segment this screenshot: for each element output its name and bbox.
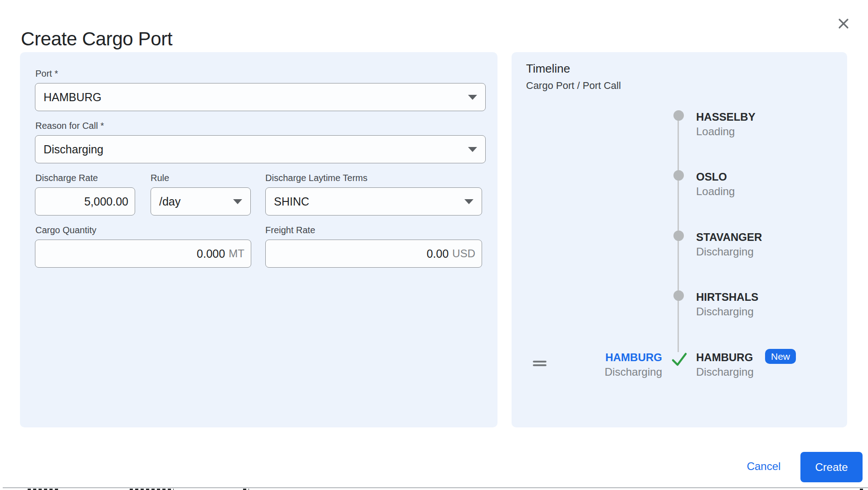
discharge-laytime-terms-select[interactable]: SHINC <box>265 187 482 216</box>
cancel-button[interactable]: Cancel <box>741 457 786 475</box>
timeline-item-port: HIRTSHALS <box>696 290 758 304</box>
create-cargo-port-dialog: { "colors": { "accent_blue": "#1a6ceb", … <box>0 0 868 490</box>
new-badge: New <box>765 349 796 364</box>
timeline-dot <box>673 110 684 121</box>
port-value: HAMBURG <box>44 91 102 104</box>
create-button[interactable]: Create <box>800 452 863 482</box>
discharge-laytime-terms-label: Discharge Laytime Terms <box>265 173 367 183</box>
timeline-item-port: STAVANGER <box>696 230 762 244</box>
timeline-item-status: Discharging <box>696 365 754 379</box>
chevron-down-icon <box>233 199 242 204</box>
close-icon[interactable] <box>834 14 853 33</box>
freight-rate-unit: USD <box>452 247 475 260</box>
reason-for-call-label: Reason for Call * <box>35 121 104 131</box>
check-icon <box>671 352 688 367</box>
drag-handle-icon[interactable] <box>533 361 546 366</box>
reason-for-call-select[interactable]: Discharging <box>35 135 486 163</box>
timeline-item-status: Discharging <box>696 305 758 318</box>
discharge-rate-label: Discharge Rate <box>35 173 98 183</box>
port-select[interactable]: HAMBURG <box>35 83 486 111</box>
timeline-item-status: Loading <box>696 125 756 138</box>
cargo-port-link[interactable]: HAMBURG <box>580 351 662 364</box>
chevron-down-icon <box>468 95 477 100</box>
timeline-item-status: Loading <box>696 185 735 198</box>
timeline-dot <box>673 230 684 241</box>
cargo-port-form-panel: Port * HAMBURG Reason for Call * Dischar… <box>20 52 497 427</box>
timeline-new-cargo-port: HAMBURG Discharging <box>580 351 662 379</box>
discharge-laytime-terms-value: SHINC <box>274 195 309 208</box>
cargo-port-link-status: Discharging <box>580 365 662 379</box>
timeline-item-port: HAMBURG <box>696 351 754 364</box>
discharge-rate-input[interactable]: 5,000.00 <box>35 187 135 216</box>
timeline-subtitle: Cargo Port / Port Call <box>526 80 621 92</box>
rule-select[interactable]: /day <box>151 187 251 216</box>
timeline-item-status: Discharging <box>696 245 762 259</box>
page-title: Create Cargo Port <box>21 28 172 50</box>
discharge-rate-value: 5,000.00 <box>84 195 128 208</box>
timeline-dot <box>673 290 684 301</box>
timeline-new-port-call: HAMBURG Discharging <box>696 351 754 379</box>
timeline-dot <box>673 170 684 181</box>
timeline-item: HIRTSHALS Discharging <box>696 290 758 318</box>
port-label: Port * <box>35 69 58 78</box>
timeline-title: Timeline <box>526 62 570 76</box>
cargo-quantity-label: Cargo Quantity <box>35 225 97 235</box>
rule-label: Rule <box>151 173 169 183</box>
timeline-item: STAVANGER Discharging <box>696 230 762 259</box>
cargo-quantity-value: 0.000 <box>197 247 225 260</box>
reason-for-call-value: Discharging <box>44 143 103 156</box>
background-page-divider <box>3 487 868 488</box>
rule-value: /day <box>159 195 180 208</box>
chevron-down-icon <box>464 199 473 204</box>
freight-rate-label: Freight Rate <box>265 225 315 235</box>
timeline-item: OSLO Loading <box>696 170 735 198</box>
close-x-glyph <box>836 16 851 31</box>
chevron-down-icon <box>468 147 477 152</box>
timeline-item: HASSELBY Loading <box>696 110 756 138</box>
timeline-item-port: HASSELBY <box>696 110 756 124</box>
cargo-quantity-unit: MT <box>229 247 244 260</box>
cargo-quantity-input[interactable]: 0.000 MT <box>35 240 251 268</box>
freight-rate-value: 0.00 <box>427 247 449 260</box>
freight-rate-input[interactable]: 0.00 USD <box>265 240 482 268</box>
timeline-item-port: OSLO <box>696 170 735 184</box>
timeline-panel: Timeline Cargo Port / Port Call HASSELBY… <box>512 52 847 427</box>
